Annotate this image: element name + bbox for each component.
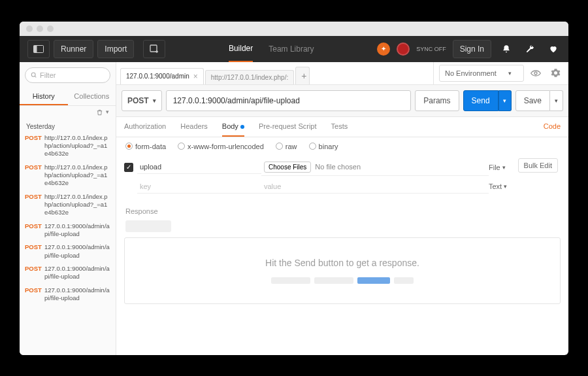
response-section-label: Response bbox=[116, 201, 568, 219]
trash-icon[interactable] bbox=[96, 109, 103, 116]
code-link[interactable]: Code bbox=[544, 117, 561, 137]
kv-key-input[interactable]: upload bbox=[137, 160, 261, 174]
traffic-light-minimize[interactable] bbox=[37, 26, 43, 32]
http-method-label: POST bbox=[127, 96, 149, 105]
history-method: POST bbox=[25, 193, 42, 217]
progress-segment bbox=[314, 277, 353, 284]
chevron-down-icon: ▾ bbox=[503, 97, 506, 104]
sync-icon[interactable]: ✦ bbox=[377, 43, 390, 56]
request-tab-label: 127.0.0.1:9000/admin bbox=[126, 73, 189, 80]
history-url: http://127.0.0.1/index.php/action/upload… bbox=[44, 134, 110, 158]
url-input[interactable]: 127.0.0.1:9000/admin/api/file-upload bbox=[166, 90, 412, 111]
params-button[interactable]: Params bbox=[415, 90, 459, 111]
history-method: POST bbox=[25, 265, 42, 281]
close-icon[interactable]: × bbox=[193, 72, 198, 81]
history-item[interactable]: POST127.0.0.1:9000/admin/api/file-upload bbox=[20, 220, 116, 241]
history-item[interactable]: POST127.0.0.1:9000/admin/api/file-upload bbox=[20, 262, 116, 284]
heart-icon[interactable] bbox=[545, 41, 562, 58]
toggle-sidebar-button[interactable] bbox=[27, 40, 50, 58]
gear-icon[interactable] bbox=[547, 65, 563, 81]
subtab-authorization[interactable]: Authorization bbox=[124, 117, 166, 137]
new-tab-button[interactable] bbox=[143, 40, 165, 58]
history-method: POST bbox=[25, 163, 42, 188]
subtab-prerequest[interactable]: Pre-request Script bbox=[259, 117, 317, 137]
sidebar-tab-collections[interactable]: Collections bbox=[68, 88, 116, 105]
response-skeleton bbox=[125, 220, 171, 232]
bodytype-binary[interactable]: binary bbox=[309, 143, 338, 150]
sidebar-tabs: History Collections bbox=[20, 88, 116, 106]
history-group-label: Yesterday bbox=[20, 119, 116, 131]
sidebar-actions: ▾ bbox=[20, 106, 116, 119]
traffic-light-zoom[interactable] bbox=[47, 26, 54, 32]
http-method-select[interactable]: POST ▾ bbox=[122, 90, 162, 111]
bulk-edit-button[interactable]: Bulk Edit bbox=[518, 158, 558, 173]
import-button[interactable]: Import bbox=[97, 40, 134, 58]
send-button[interactable]: Send bbox=[463, 90, 498, 111]
request-tab[interactable]: 127.0.0.1:9000/admin × bbox=[120, 68, 204, 84]
kv-value-input[interactable]: Choose Files No file chosen bbox=[261, 159, 489, 176]
svg-rect-1 bbox=[34, 45, 37, 52]
save-dropdown-button[interactable]: ▾ bbox=[550, 90, 563, 111]
runner-button[interactable]: Runner bbox=[54, 40, 93, 58]
subtab-tests[interactable]: Tests bbox=[331, 117, 348, 137]
sync-status-label: SYNC OFF bbox=[416, 46, 446, 52]
kv-type-label: Text bbox=[489, 182, 502, 190]
choose-files-button[interactable]: Choose Files bbox=[264, 162, 311, 173]
kv-type-label: File bbox=[489, 163, 500, 171]
history-url: http://127.0.0.1/index.php/action/upload… bbox=[44, 163, 110, 188]
kv-key-placeholder[interactable]: key bbox=[137, 180, 261, 194]
bodytype-urlencoded[interactable]: x-www-form-urlencoded bbox=[178, 143, 264, 150]
notifications-icon[interactable] bbox=[498, 41, 515, 58]
send-dropdown-button[interactable]: ▾ bbox=[498, 90, 512, 111]
history-method: POST bbox=[25, 286, 42, 303]
chevron-down-icon: ▾ bbox=[555, 97, 558, 104]
file-status-label: No file chosen bbox=[315, 163, 361, 171]
interceptor-icon[interactable] bbox=[397, 43, 410, 56]
kv-row-empty: key value Text▾ bbox=[124, 178, 561, 196]
url-value: 127.0.0.1:9000/admin/api/file-upload bbox=[173, 96, 300, 105]
filter-input[interactable]: Filter bbox=[25, 67, 110, 83]
trash-caret-icon[interactable]: ▾ bbox=[106, 109, 109, 116]
add-tab-button[interactable]: + bbox=[295, 67, 310, 84]
chevron-down-icon: ▾ bbox=[502, 164, 506, 171]
radio-icon bbox=[309, 143, 316, 150]
app-toolbar: Runner Import Builder Team Library ✦ SYN… bbox=[20, 36, 568, 62]
request-tab[interactable]: http://127.0.0.1/index.php/: bbox=[205, 70, 294, 84]
kv-value-placeholder[interactable]: value bbox=[261, 180, 489, 194]
kv-type-select[interactable]: Text▾ bbox=[489, 182, 528, 190]
request-tab-label: http://127.0.0.1/index.php/: bbox=[211, 74, 288, 81]
macos-titlebar bbox=[20, 22, 568, 36]
bodytype-formdata[interactable]: form-data bbox=[125, 143, 166, 150]
environment-select[interactable]: No Environment ▾ bbox=[439, 65, 524, 82]
svg-point-5 bbox=[31, 73, 35, 77]
subtab-headers[interactable]: Headers bbox=[180, 117, 208, 137]
bodytype-label: raw bbox=[286, 143, 297, 150]
response-progress bbox=[271, 277, 414, 284]
quicklook-icon[interactable] bbox=[528, 65, 544, 81]
tab-team-library[interactable]: Team Library bbox=[269, 36, 314, 62]
history-item[interactable]: POST127.0.0.1:9000/admin/api/file-upload bbox=[20, 284, 116, 305]
tab-builder[interactable]: Builder bbox=[229, 36, 253, 62]
progress-segment bbox=[357, 277, 390, 284]
svg-point-7 bbox=[534, 72, 537, 75]
history-item[interactable]: POSThttp://127.0.0.1/index.php/action/up… bbox=[20, 131, 116, 161]
sidebar-tab-history[interactable]: History bbox=[20, 88, 68, 105]
chevron-down-icon: ▾ bbox=[508, 70, 512, 77]
svg-line-6 bbox=[35, 76, 36, 77]
save-button[interactable]: Save bbox=[515, 90, 550, 111]
radio-icon bbox=[276, 143, 283, 150]
signin-button[interactable]: Sign In bbox=[453, 40, 491, 58]
response-hint: Hit the Send button to get a response. bbox=[265, 258, 419, 268]
main-area: Filter History Collections ▾ Yesterday P… bbox=[20, 62, 568, 355]
kv-checkbox[interactable]: ✓ bbox=[124, 163, 137, 172]
filter-placeholder: Filter bbox=[40, 71, 56, 79]
history-item[interactable]: POSThttp://127.0.0.1/index.php/action/up… bbox=[20, 190, 116, 220]
bodytype-label: form-data bbox=[135, 143, 166, 150]
subtab-body[interactable]: Body bbox=[222, 117, 244, 137]
traffic-light-close[interactable] bbox=[26, 26, 33, 32]
settings-wrench-icon[interactable] bbox=[521, 41, 538, 58]
bodytype-raw[interactable]: raw bbox=[276, 143, 297, 150]
history-method: POST bbox=[25, 243, 42, 260]
history-item[interactable]: POST127.0.0.1:9000/admin/api/file-upload bbox=[20, 241, 116, 262]
history-item[interactable]: POSThttp://127.0.0.1/index.php/action/up… bbox=[20, 161, 116, 190]
